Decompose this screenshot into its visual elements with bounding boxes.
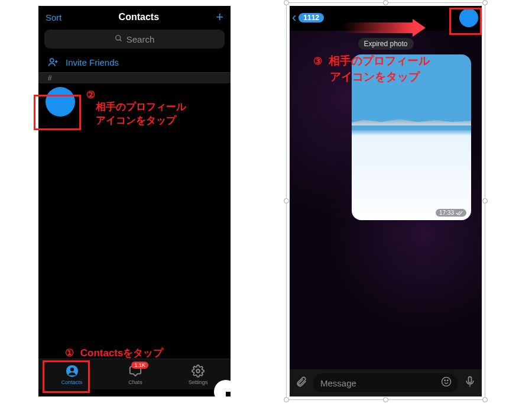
back-button[interactable]: ‹ 1112 bbox=[292, 11, 324, 24]
attach-button[interactable] bbox=[294, 376, 309, 391]
voice-button[interactable] bbox=[463, 376, 477, 391]
svg-point-0 bbox=[115, 35, 120, 40]
annotation-step2-number: ② bbox=[86, 89, 95, 101]
search-placeholder: Search bbox=[126, 34, 155, 44]
contacts-screen: Sort Contacts + Search Invite Friends # … bbox=[38, 6, 231, 396]
settings-tab-icon bbox=[191, 364, 205, 378]
paperclip-icon bbox=[296, 376, 307, 388]
message-input-bar: Message bbox=[290, 369, 482, 396]
chat-profile-avatar-icon[interactable] bbox=[459, 8, 478, 27]
svg-point-9 bbox=[442, 378, 451, 386]
pie-overlay-icon bbox=[213, 379, 231, 396]
chats-badge: 1.1K bbox=[131, 362, 148, 369]
message-input[interactable]: Message bbox=[313, 373, 458, 392]
contacts-tab-icon bbox=[65, 364, 79, 378]
chevron-left-icon: ‹ bbox=[292, 11, 296, 24]
expired-photo-chip: Expired photo bbox=[358, 38, 413, 50]
chat-header: ‹ 1112 bbox=[290, 6, 482, 31]
contacts-title: Contacts bbox=[119, 12, 159, 22]
section-header: # bbox=[38, 73, 231, 83]
annotation-step1: ① Contactsをタップ bbox=[65, 347, 163, 360]
tab-settings[interactable]: Settings bbox=[189, 364, 208, 385]
svg-point-7 bbox=[196, 369, 200, 373]
sort-button[interactable]: Sort bbox=[46, 12, 62, 22]
search-input[interactable]: Search bbox=[44, 30, 225, 49]
message-placeholder: Message bbox=[320, 378, 356, 388]
svg-rect-12 bbox=[469, 376, 472, 382]
svg-point-2 bbox=[50, 59, 54, 62]
tab-contacts-label: Contacts bbox=[61, 379, 83, 385]
svg-point-10 bbox=[445, 380, 446, 381]
invite-friends-row[interactable]: Invite Friends bbox=[38, 52, 231, 73]
tab-chats-label: Chats bbox=[128, 379, 142, 385]
read-check-icon bbox=[456, 211, 463, 215]
tab-settings-label: Settings bbox=[189, 379, 208, 385]
svg-line-1 bbox=[119, 39, 121, 41]
svg-point-11 bbox=[447, 380, 449, 381]
chat-title-area bbox=[324, 11, 459, 25]
add-contact-button[interactable]: + bbox=[216, 11, 223, 24]
tab-contacts[interactable]: Contacts bbox=[61, 364, 83, 385]
annotation-step3-number: ③ bbox=[313, 54, 322, 69]
back-unread-count: 1112 bbox=[299, 13, 324, 22]
annotation-step2-text: 相手のプロフィール アイコンをタップ bbox=[96, 101, 186, 128]
photo-time-chip: 17:33 bbox=[436, 209, 466, 217]
tab-bar: Contacts Chats 1.1K Settings bbox=[38, 359, 231, 389]
tab-chats[interactable]: Chats 1.1K bbox=[128, 364, 142, 385]
contact-avatar-icon[interactable] bbox=[46, 87, 75, 117]
invite-friends-label: Invite Friends bbox=[66, 57, 119, 67]
photo-content bbox=[352, 117, 471, 125]
emoji-button[interactable] bbox=[439, 376, 453, 390]
annotation-step1-number: ① bbox=[65, 347, 74, 360]
contacts-header: Sort Contacts + bbox=[38, 6, 231, 26]
search-icon bbox=[115, 34, 123, 44]
svg-point-6 bbox=[70, 367, 73, 371]
annotation-step3: ③ 相手のプロフィール アイコンをタップ bbox=[313, 53, 430, 85]
invite-friends-icon bbox=[48, 57, 59, 67]
smile-icon bbox=[441, 376, 452, 387]
mic-icon bbox=[464, 376, 476, 388]
